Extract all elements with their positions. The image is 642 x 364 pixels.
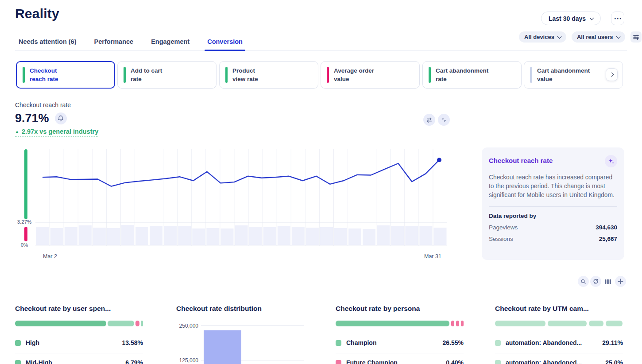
plus-icon: [618, 279, 623, 284]
ai-insight-button[interactable]: [605, 155, 617, 167]
metric-card-color-bar: [327, 67, 329, 83]
chevron-down-icon: [590, 15, 594, 20]
legend-value: 26.55%: [443, 339, 464, 346]
users-filter-label: All real users: [577, 34, 613, 40]
alert-bell-button[interactable]: [55, 112, 67, 124]
legend-row[interactable]: Champion 26.55%: [336, 338, 464, 348]
tab-performance[interactable]: Performance: [93, 36, 135, 50]
reported-row-value: 394,630: [596, 224, 617, 231]
metric-card-label: Checkout: [30, 67, 57, 74]
stacked-bar-segment: [456, 321, 459, 326]
y-axis-tick: 125,000: [176, 357, 198, 364]
collapse-icon: [441, 117, 447, 123]
stacked-bar[interactable]: [336, 321, 464, 326]
reported-row-sessions: Sessions 25,667: [489, 236, 617, 242]
legend-row[interactable]: automation: Abandoned... 29.11%: [495, 338, 623, 348]
legend-swatch: [15, 340, 21, 346]
filter-bar: All devices All real users: [519, 31, 642, 43]
sparkle-icon: [608, 158, 615, 165]
legend-row[interactable]: Mid-High 6.79%: [15, 358, 143, 364]
legend-value: 6.79%: [125, 359, 143, 364]
divider: [495, 353, 623, 353]
metric-card-color-bar: [225, 67, 228, 83]
compare-button[interactable]: [423, 114, 435, 126]
triangle-up-icon: ▲: [15, 129, 19, 134]
stacked-bar-segment: [451, 321, 454, 326]
metric-card-cart-abandonment-rate[interactable]: Cart abandonmentrate: [422, 61, 522, 89]
breakdown-toolbar: [578, 276, 626, 287]
gridline: [201, 325, 304, 326]
legend: Champion 26.55% Future Champion 0.40%: [336, 330, 464, 364]
legend-label: automation: Abandoned...: [506, 359, 582, 364]
benchmark-delta-link[interactable]: ▲ 2.97x vs general industry: [15, 128, 98, 137]
breakdown-card-title: Checkout rate by UTM cam...: [495, 305, 623, 313]
metric-card-color-bar: [530, 67, 532, 83]
metric-card-checkout-reach-rate[interactable]: Checkoutreach rate: [16, 61, 115, 89]
stacked-bar-segment: [141, 321, 143, 326]
tab-conversion[interactable]: Conversion: [206, 36, 244, 50]
legend-swatch: [336, 360, 341, 364]
chevron-down-icon: [557, 34, 561, 39]
legend-label: automation: Abandoned...: [506, 339, 582, 346]
legend-value: 25.0%: [605, 359, 623, 364]
benchmark-delta-text: 2.97x vs general industry: [22, 128, 98, 135]
histogram-bar[interactable]: [204, 330, 241, 364]
tab-needs-attention[interactable]: Needs attention (6): [18, 36, 77, 50]
metric-card-product-view-rate[interactable]: Productview rate: [219, 61, 318, 89]
users-filter[interactable]: All real users: [572, 31, 625, 43]
legend-row[interactable]: Future Champion 0.40%: [336, 358, 464, 364]
legend: automation: Abandoned... 29.11% automati…: [495, 330, 623, 364]
legend-value: 29.11%: [602, 339, 623, 346]
metric-card-color-bar: [124, 67, 126, 83]
refresh-button[interactable]: [590, 276, 601, 287]
filter-settings-button[interactable]: [630, 31, 642, 43]
legend-label: Champion: [346, 339, 376, 346]
metric-name: Checkout reach rate: [15, 101, 71, 108]
stacked-bar-segment: [589, 321, 603, 326]
swap-horizontal-icon: [426, 117, 433, 123]
tab-engagement[interactable]: Engagement: [150, 36, 190, 50]
refresh-icon: [593, 278, 599, 285]
more-options-button[interactable]: ⋯: [611, 12, 624, 25]
legend-row[interactable]: automation: Abandoned... 25.0%: [495, 358, 623, 364]
legend-value: 13.58%: [122, 339, 143, 346]
metric-value-row: 9.71%: [15, 112, 67, 125]
y-axis-tick: 250,000: [176, 323, 198, 329]
legend-row[interactable]: High 13.58%: [15, 338, 143, 348]
metric-card-color-bar: [23, 67, 25, 83]
reported-row-pageviews: Pageviews 394,630: [489, 224, 617, 231]
columns-view-button[interactable]: [603, 276, 614, 287]
metric-card-label: Product: [232, 67, 255, 74]
reported-row-label: Sessions: [489, 236, 513, 242]
insight-panel: Checkout reach rate Checkout reach rate …: [482, 147, 624, 260]
chart-actions: [423, 114, 450, 126]
metric-card-label: Cart abandonment: [537, 67, 590, 74]
date-range-button[interactable]: Last 30 days: [541, 12, 601, 25]
chevron-down-icon: [616, 34, 620, 39]
add-breakdown-button[interactable]: [615, 276, 626, 287]
metric-card-label: Average order: [334, 67, 374, 74]
stacked-bar-segment: [606, 321, 623, 326]
divider: [336, 353, 464, 353]
insight-title: Checkout reach rate: [489, 155, 553, 164]
y-axis-tick: 3.27%: [15, 219, 34, 225]
legend-swatch: [15, 360, 21, 364]
stacked-bar[interactable]: [495, 321, 623, 326]
metric-card-add-to-cart-rate[interactable]: Add to cartrate: [117, 61, 217, 89]
metric-card-average-order-value[interactable]: Average ordervalue: [321, 61, 420, 89]
bell-icon: [58, 115, 64, 122]
trend-plot[interactable]: [35, 149, 447, 247]
insight-body: Checkout reach rate has increased compar…: [489, 173, 617, 200]
legend-label: Future Champion: [346, 359, 398, 364]
devices-filter[interactable]: All devices: [519, 31, 566, 43]
stacked-bar-segment: [336, 321, 449, 326]
zoom-search-button[interactable]: [578, 276, 589, 287]
metric-cards-next-button[interactable]: [606, 68, 618, 81]
legend-label: High: [26, 339, 39, 346]
stacked-bar[interactable]: [15, 321, 143, 326]
reported-by-heading: Data reported by: [489, 213, 617, 219]
breakdown-card-persona: Checkout rate by persona Champion 26.55%…: [336, 303, 464, 364]
collapse-button[interactable]: [438, 114, 450, 126]
reported-row-label: Pageviews: [489, 224, 518, 231]
reported-row-value: 25,667: [599, 236, 617, 242]
